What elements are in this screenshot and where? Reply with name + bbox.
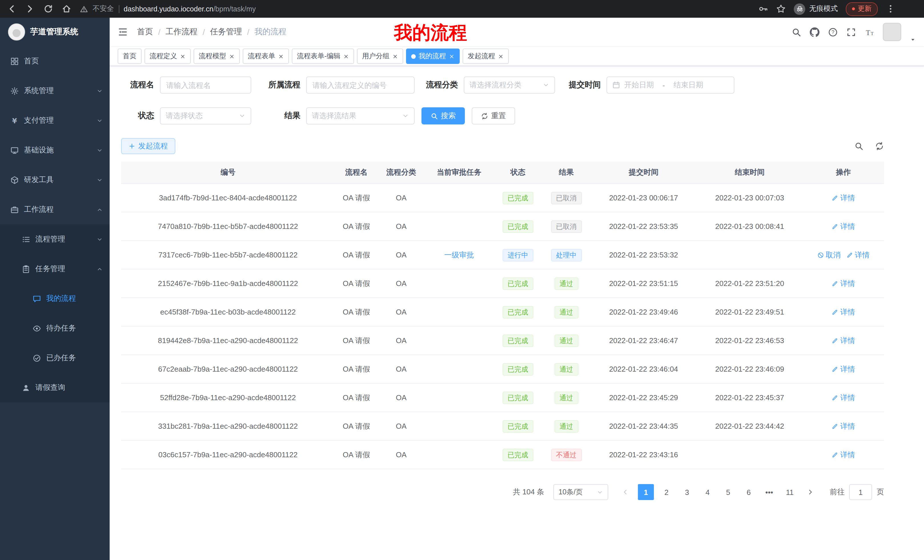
- detail-link[interactable]: 详情: [832, 221, 855, 232]
- tab-label: 流程表单-编辑: [297, 51, 340, 61]
- page-button-3[interactable]: 3: [679, 484, 695, 500]
- detail-link[interactable]: 详情: [832, 278, 855, 289]
- page-ellipsis[interactable]: •••: [761, 484, 777, 500]
- sidebar-item-9[interactable]: 我的流程: [0, 284, 110, 313]
- tab-4[interactable]: 流程表单: [243, 48, 289, 64]
- pagination: 共 104 条 10条/页 123456•••11 前往 页: [121, 484, 884, 517]
- next-page-button[interactable]: [802, 484, 818, 500]
- prev-page-button[interactable]: [617, 484, 633, 500]
- app-logo-row[interactable]: 芋道管理系统: [0, 18, 110, 46]
- edit-icon: [832, 423, 838, 430]
- toggle-search-icon[interactable]: [854, 142, 864, 151]
- table-row: 52ffd28e-7b9a-11ec-a290-acde48001122OA 请…: [121, 383, 884, 412]
- key-icon[interactable]: [758, 4, 768, 14]
- sidebar-item-7[interactable]: 流程管理: [0, 225, 110, 254]
- detail-link[interactable]: 详情: [832, 449, 855, 460]
- sidebar-item-12[interactable]: 请假查询: [0, 373, 110, 403]
- search-icon[interactable]: [792, 27, 801, 37]
- page-button-1[interactable]: 1: [638, 484, 654, 500]
- cell-category: OA: [378, 212, 424, 241]
- sidebar-item-label: 研发工具: [24, 175, 54, 185]
- update-button[interactable]: 更新: [846, 2, 878, 16]
- detail-link[interactable]: 详情: [832, 307, 855, 317]
- detail-link[interactable]: 详情: [832, 335, 855, 346]
- caret-down-icon[interactable]: [910, 36, 916, 43]
- back-icon[interactable]: [7, 4, 16, 14]
- close-icon[interactable]: [392, 53, 398, 59]
- refresh-table-icon[interactable]: [875, 142, 884, 151]
- detail-link[interactable]: 详情: [832, 193, 855, 203]
- search-button[interactable]: 搜索: [422, 107, 465, 124]
- security-label: 不安全: [93, 4, 114, 14]
- help-icon[interactable]: ?: [828, 27, 838, 37]
- font-size-icon[interactable]: TT: [865, 27, 874, 37]
- sidebar-item-11[interactable]: 已办任务: [0, 343, 110, 373]
- cell-name: OA 请假: [335, 212, 378, 241]
- search-button-label: 搜索: [441, 111, 456, 121]
- category-select[interactable]: 请选择流程分类: [464, 76, 555, 94]
- tab-2[interactable]: 流程定义: [144, 48, 191, 64]
- update-dot-icon: [852, 7, 855, 10]
- close-icon[interactable]: [498, 53, 504, 59]
- page-button-4[interactable]: 4: [700, 484, 716, 500]
- forward-icon[interactable]: [25, 4, 35, 14]
- address-bar[interactable]: 不安全 dashboard.yudao.iocoder.cn/bpm/task/…: [80, 4, 750, 14]
- cancel-link[interactable]: 取消: [817, 250, 841, 260]
- detail-link[interactable]: 详情: [832, 421, 855, 431]
- tab-label: 发起流程: [468, 51, 495, 61]
- close-icon[interactable]: [449, 53, 454, 59]
- close-icon[interactable]: [229, 53, 235, 59]
- avatar[interactable]: [883, 23, 901, 41]
- detail-link[interactable]: 详情: [832, 364, 855, 374]
- result-badge: 通过: [554, 334, 578, 347]
- sidebar-item-3[interactable]: ¥支付管理: [0, 106, 110, 135]
- date-range-picker[interactable]: 开始日期 - 结束日期: [606, 76, 734, 94]
- fullscreen-icon[interactable]: [846, 27, 856, 37]
- tab-8[interactable]: 发起流程: [463, 48, 509, 64]
- breadcrumb-item[interactable]: 工作流程: [166, 27, 198, 37]
- create-process-button[interactable]: 发起流程: [121, 138, 176, 154]
- tab-5[interactable]: 流程表单-编辑: [292, 48, 354, 64]
- cell-task: [424, 184, 494, 212]
- definition-input[interactable]: [306, 76, 415, 94]
- address-divider: [118, 5, 119, 13]
- sidebar-item-4[interactable]: 基础设施: [0, 135, 110, 165]
- browser-menu-icon[interactable]: [886, 4, 896, 14]
- task-link[interactable]: 一级审批: [444, 250, 474, 260]
- date-end-placeholder: 结束日期: [674, 80, 703, 90]
- breadcrumb-item[interactable]: 任务管理: [210, 27, 242, 37]
- sidebar-item-1[interactable]: 首页: [0, 46, 110, 76]
- cell-task: [424, 412, 494, 440]
- goto-page-input[interactable]: [849, 484, 872, 500]
- sidebar-item-5[interactable]: 研发工具: [0, 165, 110, 195]
- reload-icon[interactable]: [44, 4, 53, 14]
- tab-6[interactable]: 用户分组: [357, 48, 403, 64]
- page-size-select[interactable]: 10条/页: [554, 484, 608, 500]
- page-button-11[interactable]: 11: [782, 484, 798, 500]
- tab-1[interactable]: 首页: [118, 48, 142, 64]
- name-input[interactable]: [160, 76, 251, 94]
- detail-link[interactable]: 详情: [832, 392, 855, 403]
- detail-link[interactable]: 详情: [846, 250, 870, 260]
- close-icon[interactable]: [343, 53, 349, 59]
- page-button-6[interactable]: 6: [741, 484, 757, 500]
- sidebar-item-2[interactable]: 系统管理: [0, 76, 110, 106]
- result-select[interactable]: 请选择流结果: [306, 107, 415, 124]
- close-icon[interactable]: [180, 53, 186, 59]
- pay-icon: ¥: [10, 116, 19, 125]
- breadcrumb-item[interactable]: 首页: [137, 27, 153, 37]
- bookmark-star-icon[interactable]: [776, 4, 786, 14]
- sidebar-toggle-icon[interactable]: [118, 27, 128, 37]
- sidebar-item-6[interactable]: 工作流程: [0, 195, 110, 225]
- close-icon[interactable]: [278, 53, 284, 59]
- sidebar-item-8[interactable]: 任务管理: [0, 254, 110, 284]
- tab-3[interactable]: 流程模型: [194, 48, 240, 64]
- page-button-5[interactable]: 5: [720, 484, 736, 500]
- github-icon[interactable]: [810, 27, 819, 37]
- tab-7[interactable]: 我的流程: [406, 48, 460, 64]
- page-button-2[interactable]: 2: [658, 484, 675, 500]
- reset-button[interactable]: 重置: [472, 107, 515, 124]
- browser-home-icon[interactable]: [62, 4, 71, 14]
- status-select[interactable]: 请选择状态: [160, 107, 251, 124]
- sidebar-item-10[interactable]: 待办任务: [0, 313, 110, 343]
